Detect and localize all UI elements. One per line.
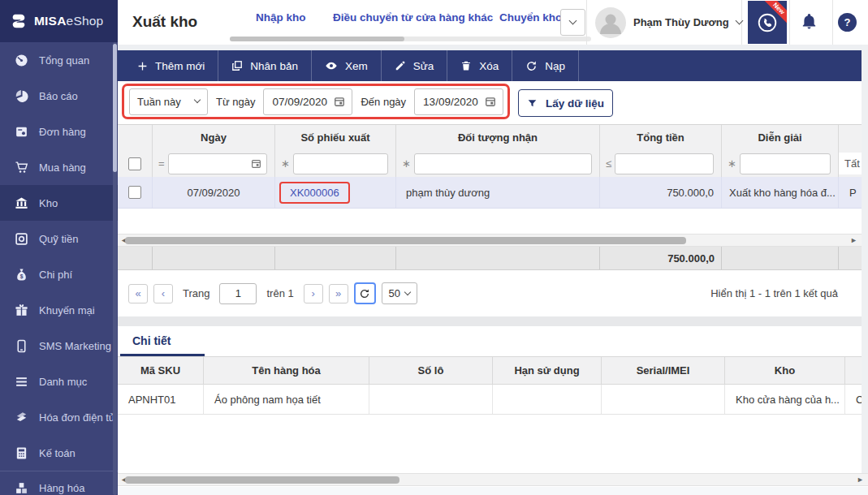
last-page-button[interactable]: » [329,284,348,303]
filter-input-so-phieu[interactable] [293,153,388,174]
detail-header-kho[interactable]: Kho [725,357,845,384]
pie-chart-icon [14,88,28,103]
grid-header-so-phieu-xuat[interactable]: Số phiếu xuất [275,125,396,150]
duplicate-button[interactable]: Nhân bản [218,50,312,81]
sidebar-menu: Tổng quan Báo cáo Đơn hàng Mua hàng Kho … [0,42,118,495]
tab-dieu-chuyen[interactable]: Điều chuyển từ cửa hàng khác [333,0,493,36]
cell-so-phieu: XK000006 [275,177,396,208]
sidebar-item-mua-hang[interactable]: Mua hàng [0,149,118,185]
filter-operator[interactable]: ≤ [606,157,611,170]
app-logo[interactable]: MISAeShop [0,0,118,42]
sidebar-item-danh-muc[interactable]: Danh mục [0,364,118,399]
filter-operator[interactable]: = [158,157,165,170]
sidebar-item-tong-quan[interactable]: Tổng quan [0,42,118,78]
scroll-right-arrow[interactable]: ► [857,475,864,485]
refresh-grid-button[interactable] [354,282,376,304]
sidebar-item-chi-phi[interactable]: $ Chi phí [0,256,118,292]
view-button[interactable]: Xem [312,50,382,81]
detail-data-row[interactable]: APNHT01 Áo phông nam họa tiết Kho cửa hà… [118,385,862,415]
cell-tong-tien: 750.000,0 [600,177,722,208]
filter-operator[interactable]: ∗ [281,157,290,170]
detail-header-serial[interactable]: Serial/IMEI [602,357,725,384]
select-all-checkbox[interactable] [128,157,141,170]
grid-header-tong-tien[interactable]: Tổng tiền [600,125,722,150]
detail-header-so-lo[interactable]: Số lô [369,357,493,384]
filter-operator[interactable]: ∗ [402,157,411,170]
filter-input-tong-tien[interactable] [615,153,714,174]
pencil-icon [395,60,406,71]
detail-header-ten-hang-hoa[interactable]: Tên hàng hóa [204,357,369,384]
misa-logo-icon [10,12,28,30]
add-new-button[interactable]: Thêm mới [124,50,218,81]
detail-header-row: Mã SKU Tên hàng hóa Số lô Hạn sử dụng Se… [118,357,862,385]
active-tab-underline [120,354,205,356]
sidebar-item-bao-cao[interactable]: Báo cáo [0,78,118,114]
page-label: Trang [183,287,209,299]
scroll-right-arrow[interactable]: ► [850,235,857,246]
scrollbar-thumb[interactable] [125,476,399,484]
delete-button[interactable]: Xóa [447,50,512,81]
help-button[interactable]: ? [838,13,857,32]
user-menu[interactable]: Phạm Thùy Dương [595,0,742,45]
grid-header-doi-tuong-nhan[interactable]: Đối tượng nhận [396,125,600,150]
calendar-icon [251,158,261,169]
layers-icon [14,410,28,424]
filter-input-doi-tuong[interactable] [414,153,592,174]
sidebar-item-hoa-don-dien-tu[interactable]: Hóa đơn điện tử [0,399,118,435]
sidebar-item-don-hang[interactable]: Đơn hàng [0,114,118,149]
sidebar-item-hang-hoa[interactable]: Hàng hóa [0,471,118,495]
row-checkbox[interactable] [128,186,141,199]
sidebar-scrollbar-thumb[interactable] [113,44,117,172]
first-page-button[interactable]: « [128,284,148,303]
warehouse-icon [14,196,28,210]
to-date-input[interactable]: 13/09/2020 [414,88,503,115]
plus-icon [137,61,148,71]
tabs-scrollbar-thumb[interactable] [230,37,404,41]
page-number-input[interactable] [219,283,257,304]
grid-horizontal-scrollbar[interactable]: ◄ ► [118,234,862,247]
filter-cell-extra[interactable]: Tất cả [839,150,862,177]
filter-cell-ngay: = [153,150,275,177]
detail-cell-warehouse: Kho cửa hàng của h... [725,385,845,414]
sidebar-item-kho[interactable]: Kho [0,185,118,221]
sidebar-item-ke-toan[interactable]: Kế toán [0,435,118,471]
filter-input-dien-giai[interactable] [740,153,831,174]
scrollbar-thumb[interactable] [125,237,686,244]
next-page-button[interactable]: › [304,284,323,303]
detail-header-ma-sku[interactable]: Mã SKU [118,357,204,384]
from-date-input[interactable]: 07/09/2020 [263,88,352,115]
filter-input-ngay[interactable] [168,153,267,174]
grid-header-dien-giai[interactable]: Diễn giải [722,125,839,150]
reload-button[interactable]: Nạp [512,50,579,81]
load-data-button[interactable]: Lấy dữ liệu [518,89,613,117]
tabs-dropdown-button[interactable] [560,9,585,36]
period-select[interactable]: Tuần này [129,88,208,115]
to-date-label: Đến ngày [361,96,406,108]
tab-nhap-kho[interactable]: Nhập kho [256,0,306,36]
grid-data-row[interactable]: 07/09/2020 XK000006 phạm thùy dương 750.… [118,177,862,209]
sidebar-scrollbar[interactable] [113,42,117,495]
grid-header-ngay[interactable]: Ngày [153,125,275,150]
detail-horizontal-scrollbar[interactable]: ◄ ► [118,473,868,486]
grid-header-extra [839,125,862,150]
detail-cell-expiry [493,385,602,414]
support-phone-button[interactable]: New [748,1,787,44]
avatar [595,7,626,38]
tab-chi-tiet[interactable]: Chi tiết [132,326,171,356]
sidebar-item-khuyen-mai[interactable]: Khuyến mại [0,292,118,328]
voucher-link[interactable]: XK000006 [279,182,350,204]
sidebar-item-quy-tien[interactable]: Quỹ tiền [0,221,118,256]
vertical-scrollbar-track[interactable] [862,45,868,473]
sidebar-item-sms-marketing[interactable]: SMS Marketing [0,328,118,364]
tabs-scrollbar[interactable] [230,37,591,41]
from-date-label: Từ ngày [216,96,255,108]
edit-button[interactable]: Sửa [382,50,448,81]
cell-extra: P [839,177,862,208]
notifications-button[interactable] [801,13,818,33]
detail-cell-serial [602,385,725,414]
tab-chuyen-kho[interactable]: Chuyển kho [499,0,562,36]
detail-header-han-su-dung[interactable]: Hạn sử dụng [493,357,602,384]
prev-page-button[interactable]: ‹ [153,284,173,303]
page-size-select[interactable]: 50 [382,282,417,304]
filter-operator[interactable]: ∗ [728,157,736,170]
